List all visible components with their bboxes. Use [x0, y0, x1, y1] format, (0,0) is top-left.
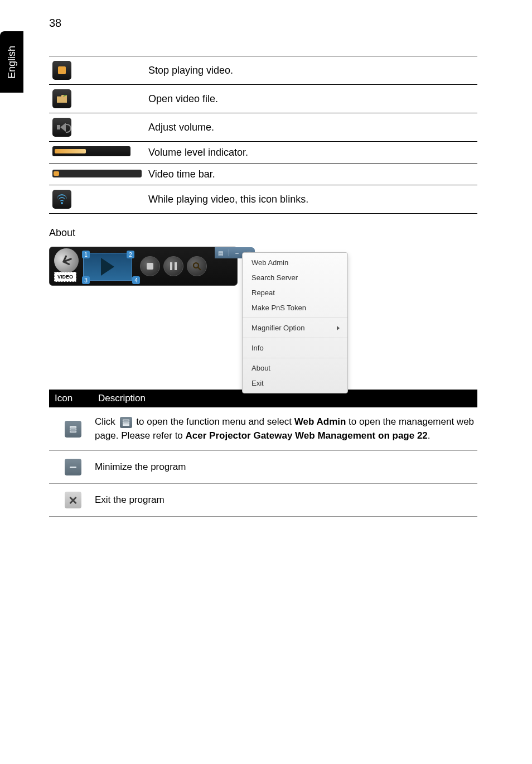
svg-rect-5: [123, 420, 129, 421]
quadrant-badge[interactable]: 2: [127, 251, 134, 258]
submenu-arrow-icon: [337, 326, 340, 330]
desc-cell: Volume level indicator.: [145, 142, 477, 164]
icon-description-table: Stop playing video. Open video file. Adj…: [49, 56, 477, 214]
menu-item-label: Make PnS Token: [252, 304, 306, 312]
table-row: Video time bar.: [49, 164, 477, 185]
svg-rect-7: [123, 424, 129, 425]
quadrant-badge[interactable]: 3: [82, 276, 90, 284]
description-table: Icon Description Click to open the funct…: [49, 390, 477, 517]
menu-item-label: Search Server: [252, 273, 298, 282]
desc-cell: Exit the program: [95, 493, 475, 507]
svg-point-0: [194, 263, 199, 268]
table-row: Minimize the program: [49, 451, 477, 484]
quadrant-badge[interactable]: 4: [132, 276, 140, 284]
page-number: 38: [49, 17, 61, 30]
open-file-icon: [52, 89, 71, 108]
menu-item-about[interactable]: About: [243, 361, 347, 376]
table-row: Open video file.: [49, 85, 477, 113]
icon-cell: [51, 492, 95, 508]
magnifier-button[interactable]: [187, 256, 207, 276]
menu-item-label: Info: [252, 344, 264, 352]
table-row: Exit the program: [49, 484, 477, 517]
text-bold: Acer Projector Gateway Web Management on…: [186, 430, 428, 441]
menu-icon: [65, 421, 81, 438]
icon-cell: [51, 421, 95, 438]
player-panel: VIDEO 1 2 3 4 ▤ – ×: [49, 247, 238, 286]
menu-item-label: Web Admin: [252, 258, 288, 267]
desc-cell: Click to open the function menu and sele…: [95, 415, 475, 443]
menu-item-magnifier-option[interactable]: Magnifier Option: [243, 320, 347, 335]
menu-group: Web Admin Search Server Repeat Make PnS …: [243, 253, 347, 318]
text-bold: Web Admin: [294, 416, 346, 427]
pause-button[interactable]: [163, 256, 183, 276]
text-fragment: Click: [95, 416, 118, 427]
content-area: Stop playing video. Open video file. Adj…: [49, 56, 477, 517]
icon-cell: [49, 185, 145, 214]
menu-group: Magnifier Option: [243, 318, 347, 338]
icon-cell: [49, 56, 145, 85]
desc-cell: Open video file.: [145, 85, 477, 113]
volume-level-bar: [52, 146, 130, 156]
menu-item-make-pns-token[interactable]: Make PnS Token: [243, 300, 347, 315]
icon-cell: [49, 142, 145, 164]
col-header-icon: Icon: [49, 390, 93, 407]
text-fragment: .: [428, 430, 431, 441]
desc-cell: Adjust volume.: [145, 113, 477, 142]
svg-rect-4: [70, 431, 76, 432]
menu-item-exit[interactable]: Exit: [243, 376, 347, 391]
quadrant-badge[interactable]: 1: [82, 251, 90, 258]
context-menu: Web Admin Search Server Repeat Make PnS …: [242, 252, 348, 393]
desc-cell: Minimize the program: [95, 460, 475, 474]
menu-item-label: Repeat: [252, 289, 275, 297]
preview-frame[interactable]: [83, 253, 132, 281]
desc-cell: While playing video, this icon blinks.: [145, 185, 477, 214]
icon-cell: [49, 164, 145, 185]
menu-item-repeat[interactable]: Repeat: [243, 285, 347, 300]
about-heading: About: [49, 227, 477, 239]
menu-item-label: Magnifier Option: [252, 324, 304, 332]
video-time-bar: [52, 170, 142, 177]
table-row: Adjust volume.: [49, 113, 477, 142]
minimize-icon[interactable]: –: [233, 249, 241, 257]
icon-cell: [49, 113, 145, 142]
menu-item-label: Exit: [252, 379, 264, 387]
svg-rect-6: [123, 422, 129, 423]
stop-icon: [52, 61, 71, 80]
table-row: While playing video, this icon blinks.: [49, 185, 477, 214]
icon-cell: [51, 459, 95, 475]
video-chip-label: VIDEO: [54, 272, 76, 282]
wifi-icon: [52, 190, 71, 209]
svg-line-1: [198, 267, 201, 270]
text-fragment: to open the function menu and select: [134, 416, 294, 427]
language-tab: English: [0, 31, 23, 93]
menu-item-label: About: [252, 364, 270, 372]
about-screenshot: VIDEO 1 2 3 4 ▤ – × Web Admin Search Ser…: [49, 247, 339, 375]
minimize-icon: [65, 459, 81, 475]
table-row: Volume level indicator.: [49, 142, 477, 164]
close-icon: [65, 492, 81, 508]
menu-item-info[interactable]: Info: [243, 340, 347, 355]
volume-icon: [52, 118, 71, 137]
svg-rect-2: [70, 426, 76, 427]
menu-group: Info: [243, 338, 347, 358]
svg-rect-3: [70, 429, 76, 430]
desc-cell: Video time bar.: [145, 164, 477, 185]
menu-icon[interactable]: ▤: [217, 249, 225, 257]
menu-item-web-admin[interactable]: Web Admin: [243, 255, 347, 270]
menu-icon-inline: [120, 417, 132, 428]
menu-item-search-server[interactable]: Search Server: [243, 270, 347, 285]
icon-cell: [49, 85, 145, 113]
table-row: Click to open the function menu and sele…: [49, 407, 477, 451]
desc-cell: Stop playing video.: [145, 56, 477, 85]
menu-group: About Exit: [243, 358, 347, 393]
separator: [229, 249, 229, 256]
play-icon: [101, 258, 114, 276]
table-row: Stop playing video.: [49, 56, 477, 85]
stop-button[interactable]: [140, 256, 160, 276]
